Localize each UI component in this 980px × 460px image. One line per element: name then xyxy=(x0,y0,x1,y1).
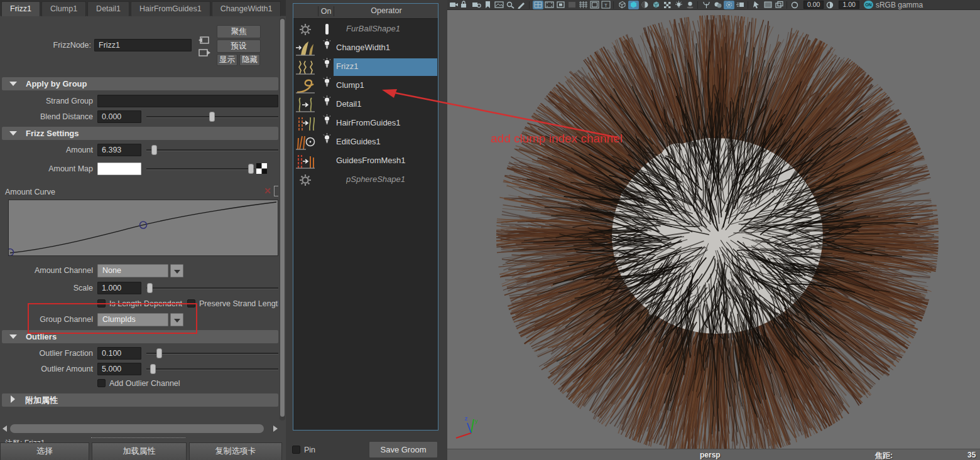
motion-blur-icon[interactable] xyxy=(735,1,746,9)
stack-row-detail1[interactable]: Detail1 xyxy=(293,95,438,114)
camera-icon[interactable] xyxy=(449,1,459,9)
group-channel-dropdown[interactable]: ClumpIds xyxy=(97,313,168,326)
stack-row-editguides1[interactable]: EditGuides1 xyxy=(293,133,438,152)
bookmark-icon[interactable] xyxy=(482,1,493,9)
stack-row-changewidth1[interactable]: ChangeWidth1 xyxy=(293,39,438,58)
amount-map-slider[interactable] xyxy=(146,163,254,175)
camera-lock-icon[interactable] xyxy=(460,1,471,9)
section-extra-attributes[interactable]: 附加属性 xyxy=(2,393,278,407)
xray-icon[interactable] xyxy=(763,1,773,9)
stack-row-frizz1[interactable]: Frizz1 xyxy=(293,58,438,77)
section-apply-by-group[interactable]: Apply by Group xyxy=(2,77,278,90)
wireframe-on-shaded-icon[interactable] xyxy=(651,1,662,9)
frizznode-field[interactable]: Frizz1 xyxy=(94,39,192,51)
snapshot-icon[interactable] xyxy=(774,1,785,9)
scrollbar-thumb[interactable] xyxy=(10,424,264,433)
scale-slider[interactable] xyxy=(146,282,278,294)
select-button[interactable]: 选择 xyxy=(0,442,89,460)
outlier-fraction-field[interactable]: 0.100 xyxy=(97,347,141,360)
textured-icon[interactable] xyxy=(640,1,650,9)
maya-viewport[interactable]: T 0.00 1.00 ON sRGB gamma z y persp 焦距: … xyxy=(447,0,980,460)
texture-map-icon[interactable] xyxy=(256,163,267,174)
stack-row-psphereshape1[interactable]: pSphereShape1 xyxy=(293,171,438,190)
stack-row-furballshape1[interactable]: FurBallShape1 xyxy=(293,20,438,39)
amount-channel-dropdown[interactable]: None xyxy=(97,264,168,277)
scroll-left-arrow-icon[interactable] xyxy=(3,425,7,432)
film-gate-icon[interactable] xyxy=(544,1,555,9)
enable-bulb-icon[interactable] xyxy=(318,95,335,114)
outlier-fraction-slider[interactable] xyxy=(146,347,278,360)
shadows-icon[interactable] xyxy=(685,1,695,9)
enable-bulb-icon[interactable] xyxy=(318,114,335,133)
smooth-shade-icon[interactable] xyxy=(628,1,639,9)
amount-field[interactable]: 6.393 xyxy=(97,144,141,156)
outlier-amount-slider[interactable] xyxy=(146,363,278,375)
on-indicator-bar[interactable] xyxy=(318,20,335,39)
curve-expand-icon[interactable] xyxy=(274,186,278,196)
presets-button[interactable]: 预设 xyxy=(217,40,261,53)
furball-render[interactable] xyxy=(447,10,980,449)
amount-slider[interactable] xyxy=(146,144,278,156)
show-button[interactable]: 显示 xyxy=(217,54,237,66)
show-output-connections-icon[interactable] xyxy=(197,47,211,58)
preserve-strand-length-checkbox[interactable] xyxy=(187,299,195,308)
save-groom-button[interactable]: Save Groom xyxy=(369,441,438,458)
isolate-select-icon[interactable] xyxy=(751,1,762,9)
focus-button[interactable]: 聚焦 xyxy=(217,25,261,38)
show-input-connections-icon[interactable] xyxy=(197,35,211,46)
ao-icon[interactable] xyxy=(724,1,734,9)
group-channel-dropdown-arrow[interactable] xyxy=(170,313,183,326)
enable-bulb-icon[interactable] xyxy=(318,58,335,77)
scrollbar-thumb[interactable] xyxy=(280,19,285,417)
pin-checkbox[interactable] xyxy=(292,446,300,454)
vertical-scrollbar[interactable] xyxy=(280,18,285,420)
tab-clump1[interactable]: Clump1 xyxy=(41,1,86,16)
wireframe-icon[interactable] xyxy=(617,1,628,9)
tab-hairfromguides1[interactable]: HairFromGuides1 xyxy=(131,1,210,16)
stack-row-guidesfrommesh1[interactable]: GuidesFromMesh1 xyxy=(293,152,438,171)
exposure-field[interactable]: 0.00 xyxy=(803,1,824,9)
horizontal-scrollbar[interactable] xyxy=(2,424,278,434)
load-attributes-button[interactable]: 加载属性 xyxy=(92,442,187,460)
stack-row-clump1[interactable]: Clump1 xyxy=(293,77,438,95)
tab-detail1[interactable]: Detail1 xyxy=(87,1,129,16)
safe-action-icon[interactable] xyxy=(589,1,600,9)
image-plane-icon[interactable] xyxy=(494,1,504,9)
amount-map-swatch[interactable] xyxy=(97,163,141,175)
stack-row-hairfromguides1[interactable]: HairFromGuides1 xyxy=(293,114,438,133)
blend-distance-field[interactable]: 0.000 xyxy=(97,110,141,123)
section-outliers[interactable]: Outliers xyxy=(2,330,278,343)
color-management-on-badge[interactable]: ON xyxy=(864,1,873,9)
add-outlier-channel-checkbox[interactable] xyxy=(97,379,106,387)
use-default-material-icon[interactable] xyxy=(701,1,712,9)
contrast-icon[interactable] xyxy=(825,1,836,9)
copy-tab-button[interactable]: 复制选项卡 xyxy=(189,442,282,460)
amount-curve-graph[interactable] xyxy=(8,200,278,256)
enable-bulb-icon[interactable] xyxy=(318,133,335,152)
scale-field[interactable]: 1.000 xyxy=(97,282,141,294)
enable-bulb-icon[interactable] xyxy=(318,77,335,95)
scroll-right-arrow-icon[interactable] xyxy=(273,425,278,432)
safe-title-icon[interactable]: T xyxy=(601,1,611,9)
blend-distance-slider[interactable] xyxy=(146,110,278,123)
grease-pencil-icon[interactable] xyxy=(516,1,527,9)
contrast-field[interactable]: 1.00 xyxy=(839,1,859,9)
tab-changewidth1[interactable]: ChangeWidth1 xyxy=(212,1,281,16)
amount-channel-dropdown-arrow[interactable] xyxy=(170,264,183,277)
camera-attributes-icon[interactable] xyxy=(471,1,482,9)
section-frizz-settings[interactable]: Frizz Settings xyxy=(2,127,278,140)
grid-icon[interactable] xyxy=(533,1,543,9)
notes-divider[interactable] xyxy=(91,437,185,438)
checker-icon[interactable] xyxy=(662,1,673,9)
exposure-icon[interactable] xyxy=(790,1,801,9)
occlusion-icon[interactable] xyxy=(712,1,723,9)
pan-zoom-icon[interactable] xyxy=(505,1,516,9)
strand-group-field[interactable] xyxy=(97,95,278,107)
field-chart-icon[interactable] xyxy=(578,1,589,9)
is-length-dependent-checkbox[interactable] xyxy=(97,299,106,308)
hide-button[interactable]: 隐藏 xyxy=(239,54,260,66)
resolution-gate-icon[interactable] xyxy=(555,1,566,9)
tab-frizz1[interactable]: Frizz1 xyxy=(1,1,40,16)
enable-bulb-icon[interactable] xyxy=(318,39,335,58)
outlier-amount-field[interactable]: 5.000 xyxy=(97,363,141,375)
